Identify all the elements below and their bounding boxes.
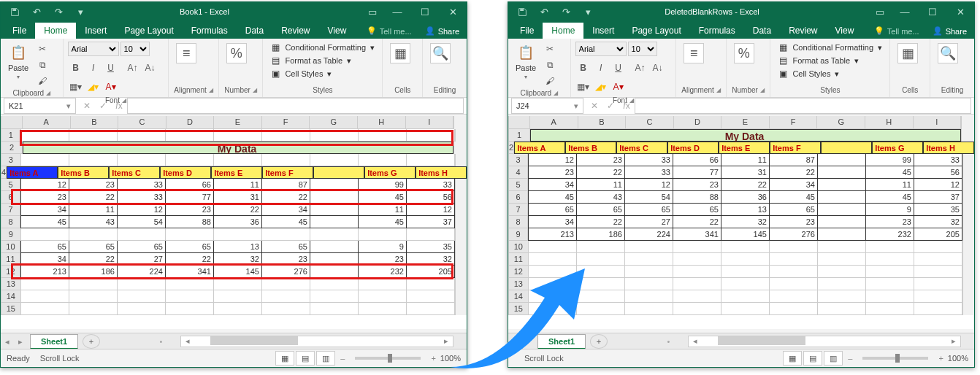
tab-data[interactable]: Data xyxy=(744,23,780,39)
font-size-select[interactable]: 10 xyxy=(628,42,657,56)
zoom-out-button[interactable]: – xyxy=(848,354,852,363)
fill-color-icon[interactable]: ◢▾ xyxy=(593,80,609,94)
name-box[interactable]: J24▾ xyxy=(511,98,583,114)
close-button[interactable]: ✕ xyxy=(439,2,467,21)
normal-view-icon[interactable]: ▦ xyxy=(275,351,294,366)
tab-insert[interactable]: Insert xyxy=(76,23,115,39)
sheet-nav-prev-icon[interactable]: ◂ xyxy=(1,337,14,347)
spreadsheet-grid[interactable]: ABCDEFGHI1My Data2Items AItems BItems CI… xyxy=(508,116,974,329)
italic-button[interactable]: I xyxy=(593,61,609,75)
conditional-formatting-button[interactable]: ▦Conditional Formatting ▾ xyxy=(267,42,378,53)
fx-icon[interactable]: fx xyxy=(619,98,635,114)
conditional-formatting-button[interactable]: ▦Conditional Formatting ▾ xyxy=(775,42,885,53)
shrink-font-icon[interactable]: A↓ xyxy=(142,61,158,75)
maximize-button[interactable]: ☐ xyxy=(919,2,946,21)
zoom-slider[interactable] xyxy=(862,357,928,360)
borders-icon[interactable]: ▦▾ xyxy=(575,80,592,94)
tab-page-layout[interactable]: Page Layout xyxy=(115,23,182,39)
maximize-button[interactable]: ☐ xyxy=(411,2,439,21)
minimize-button[interactable]: — xyxy=(891,2,919,21)
ribbon-options-icon[interactable]: ▭ xyxy=(869,2,891,21)
font-color-icon[interactable]: A▾ xyxy=(103,80,119,94)
font-size-select[interactable]: 10 xyxy=(120,42,150,56)
tab-file[interactable]: File xyxy=(511,23,543,39)
cancel-formula-icon[interactable]: ✕ xyxy=(79,98,95,114)
close-button[interactable]: ✕ xyxy=(946,2,974,21)
page-break-view-icon[interactable]: ▥ xyxy=(316,351,335,366)
copy-icon[interactable]: ⧉ xyxy=(542,58,558,72)
underline-button[interactable]: U xyxy=(610,61,627,75)
tab-page-layout[interactable]: Page Layout xyxy=(623,23,689,39)
formula-input[interactable] xyxy=(127,98,464,114)
editing-button[interactable]: 🔍 xyxy=(935,42,961,65)
save-icon[interactable] xyxy=(4,2,26,21)
minimize-button[interactable]: — xyxy=(383,2,411,21)
fx-icon[interactable]: fx xyxy=(111,98,127,114)
format-painter-icon[interactable]: 🖌 xyxy=(34,74,50,88)
horizontal-scrollbar[interactable]: ◂▸ xyxy=(688,336,961,347)
font-name-select[interactable]: Arial xyxy=(575,42,627,56)
font-color-icon[interactable]: A▾ xyxy=(610,80,627,94)
paste-button[interactable]: 📋 Paste ▾ xyxy=(513,42,539,82)
format-as-table-button[interactable]: ▤Format as Table ▾ xyxy=(267,55,354,66)
tab-scroll-bullet-icon[interactable]: • xyxy=(154,337,167,346)
sheet-nav-next-icon[interactable]: ▸ xyxy=(14,337,27,347)
cut-icon[interactable]: ✂ xyxy=(542,42,558,56)
share-button[interactable]: 👤 Share xyxy=(418,23,467,39)
enter-formula-icon[interactable]: ✓ xyxy=(602,98,619,114)
tab-home[interactable]: Home xyxy=(35,23,76,39)
font-name-select[interactable]: Arial xyxy=(68,42,119,56)
formula-input[interactable] xyxy=(635,98,971,114)
alignment-button[interactable]: ≡ xyxy=(173,42,199,65)
redo-icon[interactable]: ↷ xyxy=(47,2,69,21)
save-icon[interactable] xyxy=(511,2,533,21)
cells-button[interactable]: ▦ xyxy=(895,42,921,65)
add-sheet-button[interactable]: + xyxy=(83,334,100,349)
sheet-nav-next-icon[interactable]: ▸ xyxy=(521,337,535,347)
sheet-nav-prev-icon[interactable]: ◂ xyxy=(508,337,521,347)
name-box[interactable]: K21▾ xyxy=(4,98,76,114)
bold-button[interactable]: B xyxy=(68,61,84,75)
tell-me[interactable]: 💡 Tell me... xyxy=(361,23,418,39)
enter-formula-icon[interactable]: ✓ xyxy=(95,98,111,114)
page-layout-view-icon[interactable]: ▤ xyxy=(296,351,315,366)
qat-dropdown-icon[interactable]: ▾ xyxy=(69,2,91,21)
spreadsheet-grid[interactable]: ABCDEFGHI12My Data34Items AItems BItems … xyxy=(1,116,467,329)
normal-view-icon[interactable]: ▦ xyxy=(783,351,802,366)
copy-icon[interactable]: ⧉ xyxy=(34,58,50,72)
tell-me[interactable]: 💡 Tell me... xyxy=(868,23,925,39)
sheet-tab[interactable]: Sheet1 xyxy=(537,334,586,349)
tab-formulas[interactable]: Formulas xyxy=(690,23,744,39)
horizontal-scrollbar[interactable]: ◂▸ xyxy=(180,336,453,347)
redo-icon[interactable]: ↷ xyxy=(555,2,577,21)
sheet-tab[interactable]: Sheet1 xyxy=(30,334,78,349)
grow-font-icon[interactable]: A↑ xyxy=(632,61,648,75)
cells-button[interactable]: ▦ xyxy=(387,42,413,65)
undo-icon[interactable]: ↶ xyxy=(533,2,555,21)
page-layout-view-icon[interactable]: ▤ xyxy=(803,351,822,366)
format-painter-icon[interactable]: 🖌 xyxy=(542,74,558,88)
number-button[interactable]: % xyxy=(223,42,250,65)
zoom-out-button[interactable]: – xyxy=(340,354,345,363)
qat-dropdown-icon[interactable]: ▾ xyxy=(577,2,599,21)
number-button[interactable]: % xyxy=(731,42,757,65)
editing-button[interactable]: 🔍 xyxy=(427,42,453,65)
cut-icon[interactable]: ✂ xyxy=(34,42,50,56)
shrink-font-icon[interactable]: A↓ xyxy=(650,61,666,75)
tab-review[interactable]: Review xyxy=(780,23,826,39)
underline-button[interactable]: U xyxy=(103,61,119,75)
undo-icon[interactable]: ↶ xyxy=(26,2,47,21)
tab-data[interactable]: Data xyxy=(237,23,272,39)
tab-scroll-bullet-icon[interactable]: • xyxy=(662,337,675,346)
cancel-formula-icon[interactable]: ✕ xyxy=(586,98,602,114)
cell-styles-button[interactable]: ▣Cell Styles ▾ xyxy=(267,68,334,80)
tab-insert[interactable]: Insert xyxy=(583,23,623,39)
paste-button[interactable]: 📋 Paste ▾ xyxy=(5,42,31,82)
share-button[interactable]: 👤 Share xyxy=(925,23,974,39)
tab-home[interactable]: Home xyxy=(543,23,583,39)
add-sheet-button[interactable]: + xyxy=(590,334,608,349)
zoom-in-button[interactable]: + xyxy=(938,354,943,363)
alignment-button[interactable]: ≡ xyxy=(681,42,707,65)
tab-review[interactable]: Review xyxy=(272,23,318,39)
grow-font-icon[interactable]: A↑ xyxy=(125,61,141,75)
